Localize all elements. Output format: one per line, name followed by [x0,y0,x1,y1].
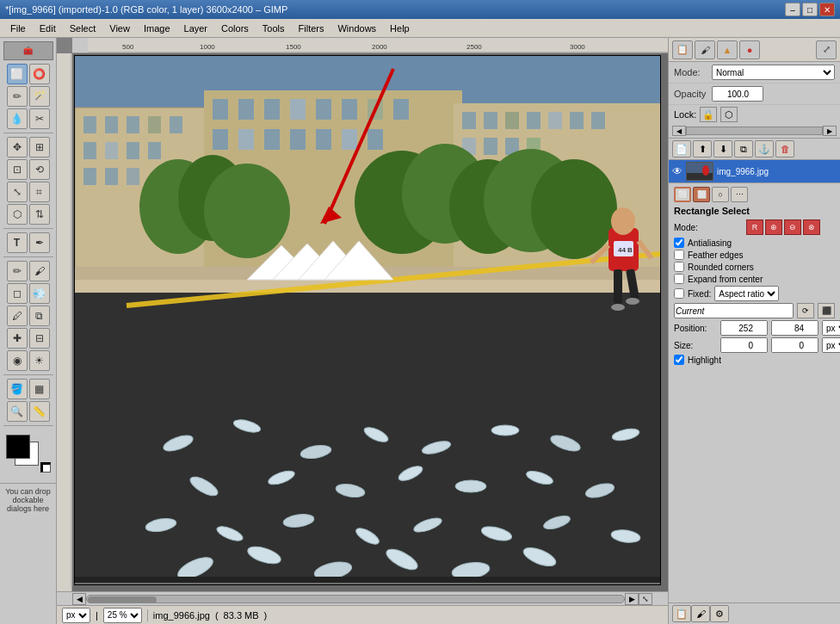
position-x-input[interactable] [720,320,768,336]
fixed-checkbox[interactable] [674,288,684,299]
lt-anchor-layer[interactable]: ⚓ [755,140,774,158]
current-input[interactable] [674,303,794,318]
current-btn-1[interactable]: ⟳ [797,303,814,318]
menu-image[interactable]: Image [137,22,177,35]
scroll-left-btn[interactable]: ◀ [72,593,86,605]
lt-duplicate-layer[interactable]: ⧉ [734,140,753,158]
to-mode-add[interactable]: ⊕ [765,219,782,235]
unit-select[interactable]: px [62,608,90,623]
position-y-input[interactable] [771,320,818,336]
rp-bottom-btn-1[interactable]: 📋 [672,605,691,622]
scroll-corner-btn[interactable]: ⤡ [639,593,652,605]
tool-perspective[interactable]: ⬡ [7,204,28,225]
tool-blend[interactable]: ▦ [29,379,50,399]
tool-color-select[interactable]: 💧 [7,108,28,129]
tool-airbrush[interactable]: 💨 [29,283,50,304]
tool-perspective-clone[interactable]: ⊟ [29,328,50,349]
lt-raise-layer[interactable]: ⬆ [693,140,712,158]
tool-rect-select[interactable]: ⬜ [7,64,28,84]
tool-fuzzy-select[interactable]: 🪄 [29,86,50,107]
tool-color-picker[interactable]: 🔍 [7,401,28,422]
scroll-right[interactable]: ▶ [823,126,837,136]
tool-text[interactable]: T [7,232,28,253]
tool-eraser[interactable]: ◻ [7,283,28,304]
tool-dodge[interactable]: ☀ [29,350,50,371]
tool-ink[interactable]: 🖊 [7,306,28,326]
menu-file[interactable]: File [3,22,33,35]
swap-colors-icon[interactable] [40,462,51,473]
scroll-left[interactable]: ◀ [672,126,686,136]
layer-visibility-icon[interactable]: 👁 [672,165,682,177]
tool-path[interactable]: ✒ [29,232,50,253]
size-unit-select[interactable]: px [822,337,840,353]
scroll-right-btn[interactable]: ▶ [625,593,639,605]
scrollbar-track[interactable] [86,595,625,603]
to-mode-replace[interactable]: R [746,219,763,235]
position-unit-select[interactable]: px [822,320,840,336]
tool-clone[interactable]: ⧉ [29,306,50,326]
rp-btn-4[interactable]: ● [739,40,760,59]
canvas-area[interactable]: 44 B [72,53,668,591]
rp-bottom-btn-2[interactable]: 🖌 [691,605,710,622]
tool-paintbrush[interactable]: 🖌 [29,261,50,281]
close-button[interactable]: ✕ [819,3,835,16]
rp-btn-3[interactable]: ▲ [717,40,738,59]
antialiasing-checkbox[interactable] [674,238,684,248]
minimize-button[interactable]: – [785,3,800,16]
to-mode-sub[interactable]: ⊖ [784,219,801,235]
menu-windows[interactable]: Windows [330,22,383,35]
to-mode-inter[interactable]: ⊗ [803,219,820,235]
zoom-select[interactable]: 25 % [103,608,142,623]
tool-shape-free-btn[interactable]: ⋯ [731,187,748,202]
lock-position-btn[interactable]: 🔒 [700,107,717,122]
tool-ellipse-select[interactable]: ⭕ [29,64,50,84]
maximize-button[interactable]: □ [802,3,818,16]
menu-layer[interactable]: Layer [177,22,215,35]
tool-shear[interactable]: ⌗ [29,182,50,202]
menu-help[interactable]: Help [383,22,417,35]
tool-align[interactable]: ⊞ [29,137,50,158]
lock-alpha-btn[interactable]: ⬡ [720,107,738,122]
menu-colors[interactable]: Colors [214,22,256,35]
mode-select[interactable]: Normal [712,65,835,80]
feather-checkbox[interactable] [674,250,684,260]
tool-rotate[interactable]: ⟲ [29,159,50,180]
tool-flip[interactable]: ⇅ [29,204,50,225]
menu-edit[interactable]: Edit [33,22,63,35]
tool-blur[interactable]: ◉ [7,350,28,371]
rp-bottom-btn-3[interactable]: ⚙ [710,605,729,622]
rp-expand-btn[interactable]: ⤢ [816,40,837,59]
rp-btn-1[interactable]: 📋 [672,40,693,59]
tool-scale[interactable]: ⤡ [7,182,28,202]
tool-shape-rect-btn[interactable]: ⬜ [674,187,691,202]
size-h-input[interactable] [771,337,818,353]
rp-btn-2[interactable]: 🖌 [695,40,715,59]
scrollbar-thumb[interactable] [88,596,157,603]
tool-bucket-fill[interactable]: 🪣 [7,379,28,399]
tool-pencil[interactable]: ✏ [7,261,28,281]
tool-heal[interactable]: ✚ [7,328,28,349]
lt-lower-layer[interactable]: ⬇ [713,140,732,158]
highlight-checkbox[interactable] [674,355,684,365]
lt-new-layer[interactable]: 📄 [672,140,691,158]
rp-scrollbar[interactable] [686,127,823,135]
color-swatches[interactable] [4,433,52,474]
rounded-checkbox[interactable] [674,262,684,272]
menu-filters[interactable]: Filters [292,22,331,35]
tool-crop[interactable]: ⊡ [7,159,28,180]
tool-shape-ellipse-btn[interactable]: ○ [712,187,729,202]
menu-view[interactable]: View [102,22,137,35]
menu-tools[interactable]: Tools [256,22,292,35]
tool-scissors[interactable]: ✂ [29,108,50,129]
menu-select[interactable]: Select [63,22,103,35]
foreground-color[interactable] [6,435,30,459]
horizontal-scrollbar[interactable]: ◀ ▶ ⤡ [57,591,668,605]
fixed-select[interactable]: Aspect ratio [714,286,779,301]
expand-checkbox[interactable] [674,274,684,284]
tool-measure[interactable]: 📏 [29,401,50,422]
opacity-input[interactable] [712,86,763,102]
size-w-input[interactable] [720,337,768,353]
tool-move[interactable]: ✥ [7,137,28,158]
lt-delete-layer[interactable]: 🗑 [775,140,794,158]
tool-shape-round-btn[interactable]: ⬜ [693,187,710,202]
